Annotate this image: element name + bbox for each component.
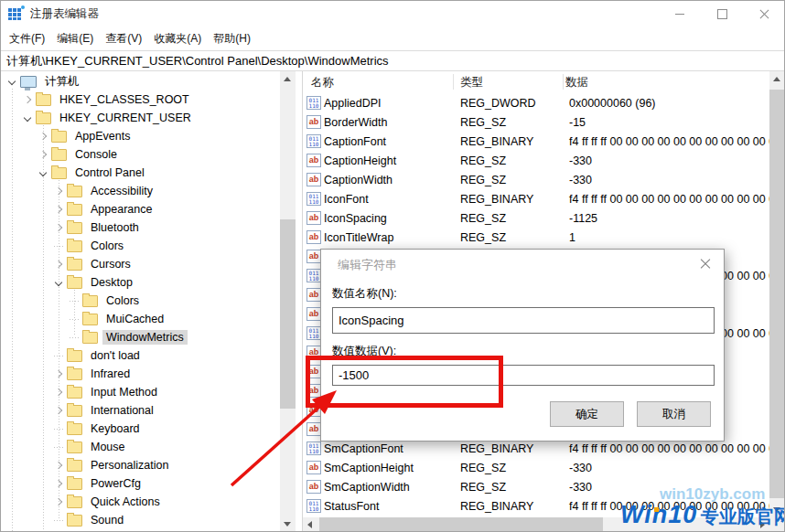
tree-item-label: Mouse <box>87 440 129 454</box>
tree-connector <box>52 422 65 435</box>
column-divider[interactable] <box>453 74 454 90</box>
registry-value-row[interactable]: abBorderWidthREG_SZ-15 <box>303 112 769 132</box>
collapse-chevron-icon[interactable] <box>37 166 49 179</box>
tree-item-label: Quick Actions <box>87 495 164 509</box>
tree-item-label: HKEY_CLASSES_ROOT <box>56 92 193 107</box>
string-value-icon: ab <box>306 211 321 225</box>
list-scrollbar-thumb[interactable] <box>769 90 785 498</box>
menu-edit[interactable]: 编辑(E) <box>57 28 103 49</box>
tree-item-muicached[interactable]: MuiCached <box>0 310 280 328</box>
registry-value-row[interactable]: 011 110CaptionFontREG_BINARYf4 ff ff ff … <box>303 132 769 151</box>
expand-chevron-icon[interactable] <box>52 221 65 234</box>
expand-chevron-icon[interactable] <box>52 404 65 417</box>
menu-favorites[interactable]: 收藏夹(A) <box>154 28 211 49</box>
tree-item-control-panel[interactable]: Control Panel <box>0 164 280 182</box>
registry-value-row[interactable]: 011 110IconFontREG_BINARYf4 ff ff ff 00 … <box>303 189 769 208</box>
tree-item-cursors[interactable]: Cursors <box>0 255 280 273</box>
window-title: 注册表编辑器 <box>30 6 99 22</box>
minimize-button[interactable] <box>659 0 701 27</box>
tree-connector <box>52 514 65 527</box>
expand-chevron-icon[interactable] <box>52 367 65 380</box>
menu-help[interactable]: 帮助(H) <box>213 28 261 49</box>
tree-item-keyboard[interactable]: Keyboard <box>0 420 280 438</box>
folder-icon <box>67 368 82 380</box>
registry-value-row[interactable]: 011 110AppliedDPIREG_DWORD0x00000060 (96… <box>303 93 769 112</box>
tree-item-hkey-current-user[interactable]: HKEY_CURRENT_USER <box>0 109 280 127</box>
scroll-up-icon[interactable] <box>284 77 291 81</box>
tree-item-personalization[interactable]: Personalization <box>0 456 280 474</box>
chevron-glyph <box>55 407 62 414</box>
folder-icon <box>67 405 82 417</box>
list-hscrollbar-thumb[interactable] <box>319 517 603 532</box>
collapse-chevron-icon[interactable] <box>5 75 18 88</box>
string-value-icon: ab <box>306 288 321 302</box>
folder-icon <box>67 442 82 453</box>
expand-chevron-icon[interactable] <box>21 93 34 106</box>
tree-item--[interactable]: 计算机 <box>0 72 280 90</box>
expand-chevron-icon[interactable] <box>52 459 65 472</box>
expand-chevron-icon[interactable] <box>37 148 49 161</box>
tree-item-label: 计算机 <box>41 73 83 90</box>
ok-button[interactable]: 确定 <box>550 401 624 427</box>
folder-icon <box>67 496 82 508</box>
maximize-button[interactable] <box>701 0 743 27</box>
expand-chevron-icon[interactable] <box>52 258 65 271</box>
expand-chevron-icon[interactable] <box>52 386 65 399</box>
tree-item-mouse[interactable]: Mouse <box>0 438 280 456</box>
collapse-chevron-icon[interactable] <box>21 112 34 124</box>
tree-item-hkey-classes-root[interactable]: HKEY_CLASSES_ROOT <box>0 90 280 109</box>
expand-chevron-icon[interactable] <box>52 185 65 197</box>
menu-file[interactable]: 文件(F) <box>9 28 55 49</box>
registry-value-row[interactable]: abSmCaptionHeightREG_SZ-330 <box>303 458 769 477</box>
registry-value-row[interactable]: abIconSpacingREG_SZ-1125 <box>303 208 769 228</box>
expand-chevron-icon[interactable] <box>37 130 49 143</box>
close-button[interactable] <box>743 0 785 27</box>
registry-value-row[interactable]: abCaptionHeightREG_SZ-330 <box>303 151 769 170</box>
value-type: REG_BINARY <box>457 193 565 206</box>
tree-item-don-t-load[interactable]: don't load <box>0 346 280 365</box>
tree-item-colors[interactable]: Colors <box>0 237 280 255</box>
expand-chevron-icon[interactable] <box>52 477 65 490</box>
list-vertical-scrollbar[interactable] <box>769 71 785 517</box>
tree-item-accessibility[interactable]: Accessibility <box>0 182 280 200</box>
tree-item-appearance[interactable]: Appearance <box>0 200 280 218</box>
tree-item-appevents[interactable]: AppEvents <box>0 127 280 145</box>
tree-item-colors[interactable]: Colors <box>0 292 280 310</box>
value-name-field[interactable] <box>332 307 715 334</box>
column-header-name[interactable]: 名称 <box>311 75 334 90</box>
tree-item-quick-actions[interactable]: Quick Actions <box>0 493 280 511</box>
tree-scrollbar-thumb[interactable] <box>280 219 296 409</box>
scroll-up-icon[interactable] <box>773 77 780 81</box>
tree-connector <box>68 294 81 307</box>
tree-item-infrared[interactable]: Infrared <box>0 365 280 383</box>
dialog-close-icon[interactable] <box>699 258 712 271</box>
tree-item-windowmetrics[interactable]: WindowMetrics <box>0 328 280 346</box>
tree-item-international[interactable]: International <box>0 401 280 420</box>
string-value-icon: ab <box>306 480 321 494</box>
registry-value-row[interactable]: 011 110SmCaptionFontREG_BINARYf4 ff ff f… <box>303 439 769 458</box>
tree-item-bluetooth[interactable]: Bluetooth <box>0 218 280 237</box>
tree-item-sound[interactable]: Sound <box>0 511 280 529</box>
collapse-chevron-icon[interactable] <box>52 276 65 289</box>
cancel-button[interactable]: 取消 <box>637 401 711 427</box>
expand-chevron-icon[interactable] <box>52 203 65 216</box>
scroll-left-icon[interactable] <box>307 521 312 528</box>
registry-value-row[interactable]: abIconTitleWrapREG_SZ1 <box>303 228 769 247</box>
tree-item-input-method[interactable]: Input Method <box>0 383 280 401</box>
column-header-type[interactable]: 类型 <box>460 75 483 90</box>
tree-item-console[interactable]: Console <box>0 145 280 164</box>
tree-item-label: Control Panel <box>71 165 148 180</box>
column-header-data[interactable]: 数据 <box>565 75 588 90</box>
scroll-down-icon[interactable] <box>284 522 291 527</box>
registry-address-bar[interactable]: 计算机\HKEY_CURRENT_USER\Control Panel\Desk… <box>0 50 785 71</box>
tree-vertical-scrollbar[interactable] <box>280 71 296 532</box>
column-divider[interactable] <box>563 74 564 90</box>
tree-item-label: Sound <box>87 513 127 527</box>
tree-item-powercfg[interactable]: PowerCfg <box>0 474 280 493</box>
tree-item-label: MuiCached <box>102 312 167 326</box>
expand-chevron-icon[interactable] <box>52 495 65 508</box>
tree-item-desktop[interactable]: Desktop <box>0 273 280 292</box>
chevron-glyph <box>55 370 62 378</box>
menu-view[interactable]: 查看(V) <box>105 28 152 49</box>
registry-value-row[interactable]: abCaptionWidthREG_SZ-330 <box>303 170 769 189</box>
